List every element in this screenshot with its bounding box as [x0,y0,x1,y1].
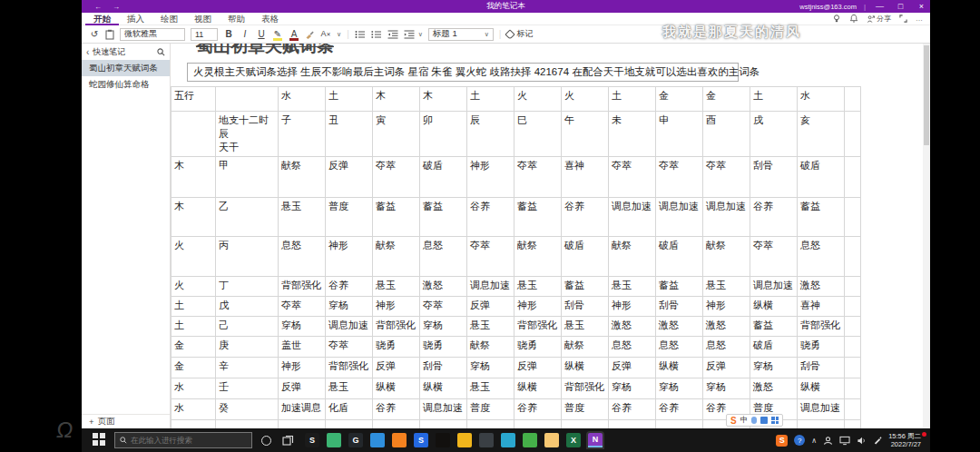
table-cell[interactable]: 夺萃 [279,297,326,317]
table-cell[interactable]: 纵横 [514,378,562,399]
table-cell[interactable] [216,87,279,112]
tray-sogou-icon[interactable]: S [776,435,788,447]
table-cell[interactable] [172,420,216,429]
table-cell[interactable]: 蓄益 [562,277,609,297]
table-cell[interactable]: 子 [279,112,326,157]
table-cell[interactable]: 夺萃 [420,297,467,317]
table-cell[interactable]: 土 [172,317,216,337]
paste-icon[interactable] [105,29,114,40]
table-cell[interactable]: 蓄益 [420,198,467,237]
table-cell[interactable]: 穿杨 [467,358,514,378]
table-cell[interactable]: 土 [326,87,373,112]
table-cell[interactable]: 水 [172,378,216,399]
table-cell[interactable]: 穿杨 [750,358,798,378]
ime-mode-label[interactable]: 中 [740,415,749,426]
table-cell[interactable]: 壬 [216,378,279,399]
table-cell[interactable]: 土 [467,87,514,112]
table-cell[interactable]: 五行 [172,87,216,112]
table-cell[interactable]: 调息加速 [798,399,845,420]
ribbon-tab[interactable]: 插入 [119,13,152,25]
table-cell[interactable]: 激怒 [798,277,845,297]
tray-pen-icon[interactable] [873,436,882,445]
table-cell[interactable]: 穿杨 [279,317,326,337]
table-cell[interactable]: 化盾 [326,399,373,420]
table-cell[interactable]: 谷养 [514,399,562,420]
table-cell[interactable]: 激怒 [609,317,656,337]
sidebar-page-item[interactable]: 蛇园修仙算命格 [82,76,170,93]
sidebar-page-item[interactable]: 蜀山初章天赋词条 [82,60,170,76]
table-cell[interactable]: 卯 [420,112,467,157]
vertical-scrollbar[interactable] [923,44,930,428]
start-button-icon[interactable] [93,433,107,447]
table-cell[interactable]: 穿杨 [420,317,467,337]
table-cell[interactable]: 神形 [373,297,420,317]
table-cell[interactable] [845,237,861,277]
table-cell[interactable]: 调息加速 [420,399,467,420]
table-cell[interactable] [373,420,420,429]
table-cell[interactable] [845,297,861,317]
table-cell[interactable]: 木 [172,198,216,237]
table-cell[interactable]: 蓄益 [750,317,798,337]
table-cell[interactable]: 息怒 [420,237,467,277]
table-cell[interactable]: 辛 [216,358,279,378]
table-cell[interactable]: 破盾 [798,157,845,198]
table-cell[interactable]: 丑 [326,112,373,157]
table-cell[interactable]: 反弹 [373,358,420,378]
app-excel-icon[interactable]: X [566,433,581,447]
table-cell[interactable]: 喜神 [562,157,609,198]
table-cell[interactable]: 谷养 [562,198,609,237]
table-cell[interactable]: 背部强化 [326,358,373,378]
table-cell[interactable]: 破盾 [656,237,703,277]
taskbar-search-box[interactable] [114,432,252,448]
table-cell[interactable] [562,420,609,429]
table-cell[interactable]: 刮骨 [750,157,798,198]
app-dark-gray-icon[interactable] [479,433,494,447]
tray-volume-icon[interactable] [857,436,867,446]
bullet-list-icon[interactable] [355,30,366,39]
app-dark-s-icon[interactable]: S [305,433,319,447]
table-cell[interactable]: 夺萃 [609,157,656,198]
table-cell[interactable]: 献祭 [279,157,326,198]
table-cell[interactable]: 戌 [750,112,798,157]
page-title[interactable]: 蜀山初章天赋词条 [196,44,334,58]
more-options-icon[interactable]: … [916,15,923,23]
table-cell[interactable] [845,87,861,112]
table-cell[interactable]: 火 [172,237,216,277]
ribbon-tab[interactable]: 视图 [186,13,220,25]
table-cell[interactable]: 夺萃 [656,157,703,198]
table-cell[interactable]: 调息加速 [703,198,750,237]
table-cell[interactable]: 谷养 [467,198,514,237]
ribbon-tab[interactable]: 表格 [253,13,287,25]
underline-button[interactable]: U [256,29,267,40]
table-cell[interactable]: 癸 [216,399,279,420]
app-qq-icon[interactable] [436,433,450,447]
table-cell[interactable]: 骁勇 [514,337,562,358]
table-cell[interactable] [845,198,861,237]
table-cell[interactable]: 土 [750,87,798,112]
note-canvas[interactable]: 蜀山初章天赋词条 火灵根主天赋词条选择 生辰不影响最后主词条 星宿 朱雀 翼火蛇… [171,44,930,428]
table-cell[interactable]: 调息加速 [467,277,514,297]
undo-icon[interactable]: ↺ [89,29,100,40]
table-cell[interactable] [845,378,861,399]
table-cell[interactable]: 息怒 [279,237,326,277]
table-cell[interactable]: 背部强化 [373,317,420,337]
search-icon[interactable] [157,48,165,56]
table-cell[interactable]: 纵横 [798,378,845,399]
table-cell[interactable]: 反弹 [703,358,750,378]
table-cell[interactable] [609,420,656,429]
ime-mic-icon[interactable] [751,417,757,424]
app-yellow-icon[interactable] [457,433,472,447]
taskbar-clock[interactable]: 15:56 周二 2022/7/27 [888,432,926,448]
ribbon-tab[interactable]: 开始 [85,13,119,25]
table-cell[interactable]: 破盾 [562,237,609,277]
table-cell[interactable]: 纵横 [373,378,420,399]
table-cell[interactable]: 金 [703,87,750,112]
table-cell[interactable] [845,337,861,358]
table-cell[interactable] [172,112,216,157]
table-cell[interactable]: 献祭 [514,237,562,277]
format-painter-icon[interactable] [305,29,315,39]
highlight-button[interactable]: ✎ [272,29,283,40]
table-cell[interactable] [845,157,861,198]
table-cell[interactable]: 金 [656,87,703,112]
table-cell[interactable]: 破盾 [750,337,798,358]
